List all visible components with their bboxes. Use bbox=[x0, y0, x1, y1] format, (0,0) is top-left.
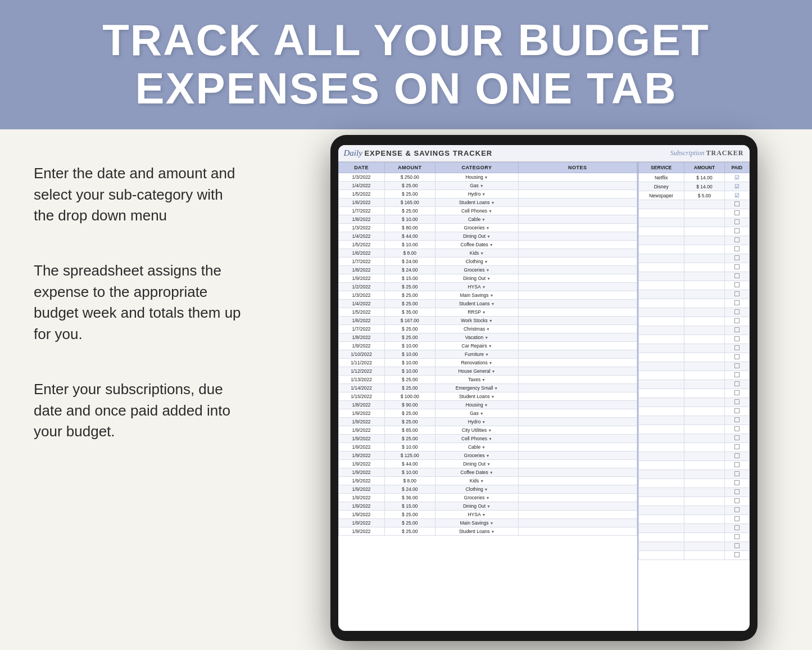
checkbox-empty-icon[interactable] bbox=[734, 408, 740, 413]
checkbox-checked-icon[interactable]: ☑ bbox=[734, 183, 740, 189]
checkbox-empty-icon[interactable] bbox=[734, 498, 740, 503]
checkbox-empty-icon[interactable] bbox=[734, 444, 740, 449]
dropdown-arrow-icon[interactable]: ▼ bbox=[489, 395, 495, 399]
checkbox-empty-icon[interactable] bbox=[734, 273, 740, 278]
dropdown-arrow-icon[interactable]: ▼ bbox=[484, 496, 489, 500]
table-row: 1/13/2022$ 25.00Taxes ▼ bbox=[338, 376, 637, 384]
dropdown-arrow-icon[interactable]: ▼ bbox=[480, 192, 486, 196]
dropdown-arrow-icon[interactable]: ▼ bbox=[487, 209, 492, 213]
dropdown-arrow-icon[interactable]: ▼ bbox=[481, 513, 486, 517]
dropdown-arrow-icon[interactable]: ▼ bbox=[483, 403, 488, 407]
checkbox-empty-icon[interactable] bbox=[734, 201, 740, 206]
checkbox-empty-icon[interactable] bbox=[734, 507, 740, 512]
dropdown-arrow-icon[interactable]: ▼ bbox=[491, 369, 496, 373]
subscription-row bbox=[638, 506, 749, 515]
checkbox-empty-icon[interactable] bbox=[734, 417, 740, 422]
dropdown-arrow-icon[interactable]: ▼ bbox=[487, 344, 492, 348]
checkbox-empty-icon[interactable] bbox=[734, 309, 740, 314]
checkbox-checked-icon[interactable]: ☑ bbox=[734, 174, 740, 180]
checkbox-empty-icon[interactable] bbox=[734, 264, 740, 269]
checkbox-empty-icon[interactable] bbox=[734, 354, 740, 359]
checkbox-empty-icon[interactable] bbox=[734, 480, 740, 485]
dropdown-arrow-icon[interactable]: ▼ bbox=[483, 260, 488, 264]
checkbox-empty-icon[interactable] bbox=[734, 381, 740, 386]
table-row: 1/9/2022$ 15.00Dining Out ▼ bbox=[338, 274, 637, 283]
checkbox-empty-icon[interactable] bbox=[734, 327, 740, 332]
checkbox-empty-icon[interactable] bbox=[734, 552, 740, 557]
checkbox-empty-icon[interactable] bbox=[734, 219, 740, 224]
dropdown-arrow-icon[interactable]: ▼ bbox=[486, 462, 491, 466]
table-row: 1/6/2022$ 8.00Kids ▼ bbox=[338, 249, 637, 258]
subscription-row bbox=[638, 326, 749, 335]
dropdown-arrow-icon[interactable]: ▼ bbox=[486, 234, 491, 238]
dropdown-arrow-icon[interactable]: ▼ bbox=[481, 285, 486, 289]
checkbox-empty-icon[interactable] bbox=[734, 462, 740, 467]
checkbox-empty-icon[interactable] bbox=[734, 300, 740, 305]
checkbox-empty-icon[interactable] bbox=[734, 543, 740, 548]
dropdown-arrow-icon[interactable]: ▼ bbox=[484, 353, 489, 356]
table-row: 1/2/2022$ 25.00HYSA ▼ bbox=[338, 283, 637, 291]
dropdown-arrow-icon[interactable]: ▼ bbox=[489, 302, 495, 306]
checkbox-empty-icon[interactable] bbox=[734, 516, 740, 521]
table-row: 1/14/2022$ 25.00Emergency Small ▼ bbox=[338, 384, 637, 392]
checkbox-empty-icon[interactable] bbox=[734, 534, 740, 539]
dropdown-arrow-icon[interactable]: ▼ bbox=[479, 479, 484, 483]
checkbox-empty-icon[interactable] bbox=[734, 237, 740, 242]
dropdown-arrow-icon[interactable]: ▼ bbox=[480, 420, 486, 424]
checkbox-empty-icon[interactable] bbox=[734, 390, 740, 395]
table-row: 1/5/2022$ 10.00Coffee Dates ▼ bbox=[338, 241, 637, 249]
checkbox-empty-icon[interactable] bbox=[734, 453, 740, 458]
checkbox-empty-icon[interactable] bbox=[734, 255, 740, 260]
dropdown-arrow-icon[interactable]: ▼ bbox=[489, 294, 494, 297]
table-row: 1/9/2022$ 10.00Coffee Dates ▼ bbox=[338, 468, 637, 477]
checkbox-empty-icon[interactable] bbox=[734, 525, 740, 530]
checkbox-empty-icon[interactable] bbox=[734, 291, 740, 296]
dropdown-arrow-icon[interactable]: ▼ bbox=[486, 277, 491, 281]
checkbox-empty-icon[interactable] bbox=[734, 336, 740, 341]
checkbox-empty-icon[interactable] bbox=[734, 426, 740, 431]
dropdown-arrow-icon[interactable]: ▼ bbox=[479, 412, 484, 416]
dropdown-arrow-icon[interactable]: ▼ bbox=[493, 386, 498, 390]
dropdown-arrow-icon[interactable]: ▼ bbox=[484, 268, 489, 272]
dropdown-arrow-icon[interactable]: ▼ bbox=[489, 201, 495, 205]
dropdown-arrow-icon[interactable]: ▼ bbox=[483, 487, 488, 491]
dropdown-arrow-icon[interactable]: ▼ bbox=[489, 530, 495, 534]
dropdown-arrow-icon[interactable]: ▼ bbox=[479, 184, 484, 188]
banner-line2: EXPENSES ON ONE TAB bbox=[102, 65, 710, 113]
checkbox-empty-icon[interactable] bbox=[734, 372, 740, 377]
dropdown-arrow-icon[interactable]: ▼ bbox=[488, 243, 493, 247]
dropdown-arrow-icon[interactable]: ▼ bbox=[480, 378, 486, 382]
checkbox-empty-icon[interactable] bbox=[734, 282, 740, 287]
dropdown-arrow-icon[interactable]: ▼ bbox=[488, 471, 493, 475]
dropdown-arrow-icon[interactable]: ▼ bbox=[489, 521, 494, 525]
checkbox-empty-icon[interactable] bbox=[734, 228, 740, 233]
subscription-row bbox=[638, 335, 749, 344]
checkbox-empty-icon[interactable] bbox=[734, 489, 740, 494]
sub-col-service: SERVICE bbox=[638, 162, 684, 173]
dropdown-arrow-icon[interactable]: ▼ bbox=[481, 310, 486, 314]
checkbox-empty-icon[interactable] bbox=[734, 399, 740, 404]
dropdown-arrow-icon[interactable]: ▼ bbox=[480, 445, 486, 449]
checkbox-checked-icon[interactable]: ☑ bbox=[734, 192, 740, 198]
dropdown-arrow-icon[interactable]: ▼ bbox=[487, 428, 492, 432]
dropdown-arrow-icon[interactable]: ▼ bbox=[480, 218, 486, 222]
checkbox-empty-icon[interactable] bbox=[734, 210, 740, 215]
dropdown-arrow-icon[interactable]: ▼ bbox=[483, 336, 488, 340]
dropdown-arrow-icon[interactable]: ▼ bbox=[488, 361, 493, 365]
dropdown-arrow-icon[interactable]: ▼ bbox=[485, 327, 490, 331]
dropdown-arrow-icon[interactable]: ▼ bbox=[484, 454, 489, 458]
checkbox-empty-icon[interactable] bbox=[734, 435, 740, 440]
checkbox-empty-icon[interactable] bbox=[734, 345, 740, 350]
dropdown-arrow-icon[interactable]: ▼ bbox=[488, 319, 493, 323]
dropdown-arrow-icon[interactable]: ▼ bbox=[483, 175, 488, 179]
checkbox-empty-icon[interactable] bbox=[734, 318, 740, 323]
banner-title: TRACK ALL YOUR BUDGET EXPENSES ON ONE TA… bbox=[102, 16, 710, 113]
dropdown-arrow-icon[interactable]: ▼ bbox=[484, 226, 489, 230]
dropdown-arrow-icon[interactable]: ▼ bbox=[486, 504, 491, 508]
dropdown-arrow-icon[interactable]: ▼ bbox=[487, 437, 492, 441]
dropdown-arrow-icon[interactable]: ▼ bbox=[479, 251, 484, 255]
checkbox-empty-icon[interactable] bbox=[734, 363, 740, 368]
table-row: 1/9/2022$ 65.00City Utilities ▼ bbox=[338, 426, 637, 435]
checkbox-empty-icon[interactable] bbox=[734, 471, 740, 476]
checkbox-empty-icon[interactable] bbox=[734, 246, 740, 251]
